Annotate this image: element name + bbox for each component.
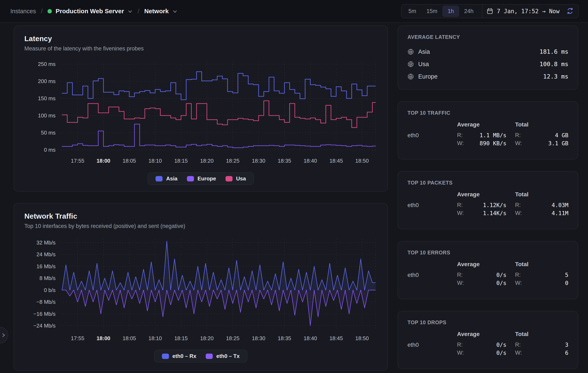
legend-label: eth0 – Rx xyxy=(172,353,196,359)
legend-label: eth0 – Tx xyxy=(216,353,240,359)
avg-write-value: 890 KB/s xyxy=(480,140,506,147)
traffic-legend: eth0 – Rxeth0 – Tx xyxy=(154,350,247,362)
latency-row-europe: Europe 12.3 ms xyxy=(408,70,568,83)
latency-chart[interactable]: 250 ms200 ms150 ms100 ms50 ms0 ms17:5518… xyxy=(24,56,378,169)
region-label: Europe xyxy=(418,73,438,80)
read-label: R: xyxy=(457,202,463,208)
total-write-value: 6 xyxy=(565,350,568,356)
range-button-24h[interactable]: 24h xyxy=(459,6,479,17)
range-button-15m[interactable]: 15m xyxy=(421,6,443,17)
average-latency-rows: Asia 181.6 ms Usa 100.8 ms Europe 12.3 m… xyxy=(408,45,568,83)
interface-name: eth0 xyxy=(408,271,448,279)
main-content: Latency Measure of the latency with the … xyxy=(14,25,578,371)
calendar-icon xyxy=(487,8,493,14)
svg-text:18:45: 18:45 xyxy=(329,158,343,164)
instance-selector[interactable]: Production Web Server xyxy=(48,8,133,15)
range-button-5m[interactable]: 5m xyxy=(403,6,421,17)
instance-name: Production Web Server xyxy=(56,8,124,15)
section-name: Network xyxy=(144,8,168,15)
card-title: TOP 10 TRAFFIC xyxy=(408,110,568,116)
region-value: 12.3 ms xyxy=(543,73,568,80)
svg-text:18:10: 18:10 xyxy=(148,158,162,164)
globe-icon xyxy=(408,73,414,80)
time-range-bar: 5m 15m 1h 24h 7 Jan, 17:52 → Now xyxy=(401,4,579,18)
legend-item[interactable]: Usa xyxy=(226,175,246,182)
svg-text:18:40: 18:40 xyxy=(304,158,317,164)
region-value: 181.6 ms xyxy=(539,48,568,55)
latency-legend-wrap: AsiaEuropeUsa xyxy=(24,172,377,185)
card-title: TOP 10 DROPS xyxy=(408,320,568,325)
write-label: W: xyxy=(515,280,522,286)
svg-text:−8 Mb/s: −8 Mb/s xyxy=(36,299,56,305)
latency-subtitle: Measure of the latency with the fivenine… xyxy=(24,45,377,52)
legend-item[interactable]: Asia xyxy=(156,175,178,182)
charts-column: Latency Measure of the latency with the … xyxy=(14,25,388,371)
svg-text:18:25: 18:25 xyxy=(226,335,239,341)
latency-legend: AsiaEuropeUsa xyxy=(148,172,254,185)
network-traffic-chart[interactable]: 32 Mb/s24 Mb/s16 Mb/s8 Mb/s0 b/s−8 Mb/s−… xyxy=(24,234,378,347)
card-title: TOP 10 ERRORS xyxy=(408,250,568,256)
chevron-down-icon xyxy=(172,10,178,13)
legend-swatch xyxy=(156,176,163,181)
network-traffic-card: Network Traffic Top 10 interfaces by byt… xyxy=(14,203,388,371)
legend-label: Europe xyxy=(198,175,216,182)
legend-label: Asia xyxy=(166,175,178,182)
latency-row-usa: Usa 100.8 ms xyxy=(408,58,568,70)
read-label: R: xyxy=(515,341,521,348)
breadcrumb-separator: / xyxy=(41,8,42,15)
section-selector[interactable]: Network xyxy=(144,8,177,15)
svg-text:18:30: 18:30 xyxy=(252,335,265,341)
avg-read-value: 0/s xyxy=(496,272,506,278)
latency-row-asia: Asia 181.6 ms xyxy=(408,45,568,58)
breadcrumb-instances-link[interactable]: Instances xyxy=(10,8,36,15)
region-label: Usa xyxy=(418,61,429,68)
latency-title: Latency xyxy=(24,34,377,43)
average-latency-title: AVERAGE LATENCY xyxy=(408,34,568,40)
write-label: W: xyxy=(457,280,464,286)
sidebar-expand-button[interactable] xyxy=(0,327,8,343)
write-label: W: xyxy=(457,210,464,216)
svg-text:18:15: 18:15 xyxy=(174,335,188,341)
avg-read-value: 1.12K/s xyxy=(483,202,506,208)
avg-write-value: 1.14K/s xyxy=(483,210,506,216)
svg-text:18:05: 18:05 xyxy=(123,158,136,164)
svg-text:18:35: 18:35 xyxy=(278,335,291,341)
range-button-1h[interactable]: 1h xyxy=(442,6,459,17)
total-read-value: 4.03M xyxy=(552,202,568,208)
stat-table: eth0 Average R:0/s W:0/s Total R:5 W:0 xyxy=(408,261,568,287)
legend-item[interactable]: eth0 – Tx xyxy=(206,353,240,359)
date-range-picker[interactable]: 7 Jan, 17:52 → Now xyxy=(487,8,559,15)
read-label: R: xyxy=(515,132,521,139)
read-label: R: xyxy=(457,132,463,139)
svg-text:18:05: 18:05 xyxy=(123,335,136,341)
stat-table: eth0 Average R:1.1 MB/s W:890 KB/s Total… xyxy=(408,121,568,147)
write-label: W: xyxy=(515,210,522,216)
globe-icon xyxy=(408,49,414,55)
refresh-button[interactable] xyxy=(566,7,574,16)
top10-drops-card: TOP 10 DROPS eth0 Average R:0/s W:0/s To… xyxy=(398,311,578,369)
col-header-average: Average xyxy=(457,121,506,131)
svg-text:24 Mb/s: 24 Mb/s xyxy=(37,251,56,257)
col-header-average: Average xyxy=(457,191,506,201)
legend-swatch xyxy=(226,176,232,181)
total-read-value: 3 xyxy=(565,341,568,348)
region-label: Asia xyxy=(418,48,430,55)
legend-item[interactable]: Europe xyxy=(187,175,216,182)
write-label: W: xyxy=(515,140,522,147)
svg-text:100 ms: 100 ms xyxy=(38,112,56,119)
network-traffic-subtitle: Top 10 interfaces by bytes received (pos… xyxy=(24,223,377,229)
traffic-legend-wrap: eth0 – Rxeth0 – Tx xyxy=(24,350,377,362)
svg-text:0 ms: 0 ms xyxy=(44,147,56,153)
avg-write-value: 0/s xyxy=(496,280,506,286)
latency-card: Latency Measure of the latency with the … xyxy=(14,25,388,192)
topbar: Instances / Production Web Server / Netw… xyxy=(0,0,588,23)
total-write-value: 4.11M xyxy=(552,210,568,216)
toolbar-divider xyxy=(482,5,483,18)
svg-text:18:45: 18:45 xyxy=(329,335,343,341)
legend-item[interactable]: eth0 – Rx xyxy=(162,353,196,359)
top10-traffic-card: TOP 10 TRAFFIC eth0 Average R:1.1 MB/s W… xyxy=(398,101,578,160)
write-label: W: xyxy=(457,140,464,147)
avg-read-value: 0/s xyxy=(496,341,506,348)
svg-text:250 ms: 250 ms xyxy=(38,61,56,67)
region-value: 100.8 ms xyxy=(539,61,568,68)
